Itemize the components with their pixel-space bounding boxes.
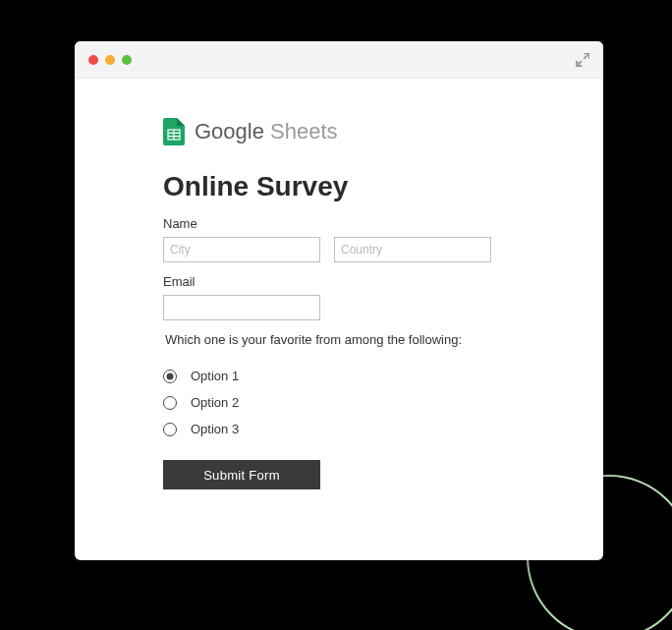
close-window-dot[interactable]: [88, 55, 98, 65]
email-input[interactable]: [163, 295, 320, 320]
brand-name-bold: Google: [195, 119, 264, 143]
option-3[interactable]: Option 3: [163, 422, 515, 436]
minimize-window-dot[interactable]: [105, 55, 115, 65]
radio-icon: [163, 423, 177, 436]
maximize-window-dot[interactable]: [122, 55, 132, 65]
survey-question: Which one is your favorite from among th…: [163, 332, 515, 347]
radio-icon: [163, 370, 177, 383]
google-sheets-icon: [163, 118, 185, 145]
svg-line-0: [585, 54, 589, 59]
options-group: Option 1 Option 2 Option 3: [163, 369, 515, 436]
expand-icon[interactable]: [576, 53, 589, 67]
country-input[interactable]: [334, 237, 491, 262]
city-input[interactable]: [163, 237, 320, 262]
brand-header: Google Sheets: [163, 118, 515, 145]
option-label: Option 3: [191, 422, 239, 436]
brand-name-light: Sheets: [270, 119, 338, 143]
form-container: Google Sheets Online Survey Name Email W…: [75, 79, 603, 519]
radio-icon: [163, 396, 177, 410]
window-titlebar: [75, 41, 603, 79]
option-1[interactable]: Option 1: [163, 369, 515, 383]
name-row: [163, 237, 515, 262]
name-label: Name: [163, 216, 515, 231]
email-label: Email: [163, 274, 515, 289]
option-label: Option 2: [191, 395, 239, 410]
email-row: [163, 295, 515, 320]
submit-button[interactable]: Submit Form: [163, 460, 320, 489]
brand-text: Google Sheets: [195, 119, 338, 144]
option-2[interactable]: Option 2: [163, 395, 515, 410]
page-title: Online Survey: [163, 171, 515, 202]
option-label: Option 1: [191, 369, 239, 383]
app-window: Google Sheets Online Survey Name Email W…: [75, 41, 603, 560]
